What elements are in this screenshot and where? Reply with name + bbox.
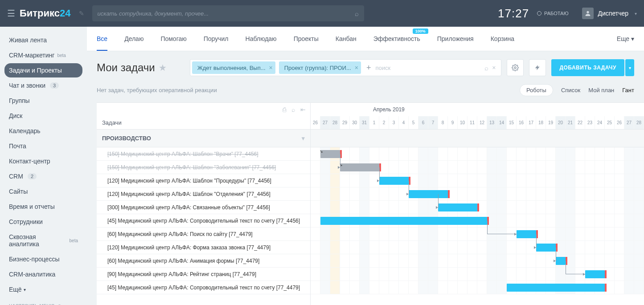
filter-chip[interactable]: Ждет выполнения, Вып...×: [192, 61, 275, 74]
gantt-bar[interactable]: [556, 257, 566, 265]
dependency-arrow-icon: [338, 166, 340, 169]
gantt-bar[interactable]: [585, 270, 605, 278]
task-row[interactable]: [45] Медицинский центр АЛЬФА: Сопроводит…: [97, 281, 310, 294]
gantt-bar[interactable]: [409, 190, 448, 198]
clock: 17:27: [498, 7, 529, 20]
gantt-chart[interactable]: Апрель 2019 2627282930311234567891011121…: [311, 103, 644, 305]
view-list[interactable]: Список: [561, 87, 580, 94]
filter-bar[interactable]: Ждет выполнения, Вып...×Проект (группа):…: [190, 59, 502, 76]
filter-chip[interactable]: Проект (группа): ПРОИ...×: [279, 61, 361, 74]
automation-button[interactable]: [529, 59, 546, 76]
sidebar-sites[interactable]: Сайты: [4, 184, 82, 199]
filter-search-input[interactable]: [373, 65, 481, 71]
sidebar-tasks[interactable]: Задачи и Проекты: [4, 63, 82, 77]
tab-efficiency[interactable]: Эффективность100%: [373, 27, 420, 51]
gantt-bar[interactable]: [379, 177, 409, 185]
sidebar-configure[interactable]: НАСТРОИТЬ МЕНЮ⚙: [4, 300, 82, 305]
work-status[interactable]: РАБОТАЮ: [537, 11, 568, 16]
dependency-line: [536, 234, 537, 248]
topbar: ☰ Битрикс24 ✎ ⌕ 17:27 РАБОТАЮ Диспетчер …: [0, 0, 644, 27]
tab-projects[interactable]: Проекты: [294, 27, 319, 51]
gantt-bar[interactable]: [517, 230, 536, 238]
star-icon[interactable]: ★: [159, 62, 167, 73]
sidebar-mail[interactable]: Почта: [4, 139, 82, 153]
tab-kanban[interactable]: Канбан: [336, 27, 357, 51]
day-cell: 7: [428, 116, 438, 129]
view-myplan[interactable]: Мой план: [588, 87, 614, 94]
main: ВсеДелаюПомогаюПоручилНаблюдаюПроектыКан…: [87, 27, 644, 305]
gantt-group[interactable]: ПРОИЗВОДСТВО ▾: [97, 130, 310, 147]
sidebar-analytics[interactable]: Сквозная аналитикаbeta: [4, 230, 82, 251]
day-cell: 10: [458, 116, 468, 129]
deadline-marker: [448, 190, 450, 198]
chevron-down-icon[interactable]: ▾: [302, 135, 305, 142]
menu-toggle-icon[interactable]: ☰: [7, 8, 15, 19]
zoom-icon[interactable]: ⌕: [291, 106, 295, 113]
svg-point-1: [514, 67, 516, 69]
tab-all[interactable]: Все: [97, 27, 107, 51]
task-row[interactable]: [150] Медицинский центр АЛЬФА: Шаблон "В…: [97, 147, 310, 161]
sidebar-crm[interactable]: CRM2: [4, 169, 82, 183]
close-icon[interactable]: ×: [269, 64, 273, 71]
sidebar-more[interactable]: Ещё▾: [4, 282, 82, 297]
gantt: ⎙ ⌕ ⇤ Задачи ПРОИЗВОДСТВО ▾ [150] Медици…: [97, 102, 644, 305]
task-row[interactable]: [150] Медицинский центр АЛЬФА: Шаблон "З…: [97, 161, 310, 174]
task-row[interactable]: [60] Медицинский центр АЛЬФА: Анимация ф…: [97, 254, 310, 268]
sidebar-feed[interactable]: Живая лента: [4, 33, 82, 47]
tab-trash[interactable]: Корзина: [491, 27, 514, 51]
sidebar-disk[interactable]: Диск: [4, 109, 82, 123]
task-row[interactable]: [90] Медицинский центр АЛЬФА: Рейтинг ст…: [97, 268, 310, 281]
sidebar-chat[interactable]: Чат и звонки3: [4, 78, 82, 93]
task-row[interactable]: [300] Медицинский центр АЛЬФА: Связанные…: [97, 201, 310, 214]
robots-button[interactable]: Роботы: [520, 84, 553, 96]
gantt-bar[interactable]: [536, 244, 556, 252]
sidebar-crm-analytics[interactable]: CRM-аналитика: [4, 267, 82, 281]
day-cell: 21: [566, 116, 575, 129]
sidebar-groups[interactable]: Группы: [4, 94, 82, 108]
sidebar-bp[interactable]: Бизнес-процессы: [4, 252, 82, 266]
settings-button[interactable]: [507, 59, 524, 76]
tab-apps[interactable]: Приложения: [437, 27, 474, 51]
logo[interactable]: Битрикс24: [20, 8, 71, 19]
day-cell: 27: [624, 116, 634, 129]
tab-helping[interactable]: Помогаю: [160, 27, 186, 51]
add-filter-icon[interactable]: +: [366, 63, 371, 73]
add-task-button[interactable]: ДОБАВИТЬ ЗАДАЧУ: [551, 59, 624, 76]
gantt-bar[interactable]: ↘: [340, 163, 379, 171]
page-title: Мои задачи ★: [97, 61, 167, 74]
close-icon[interactable]: ×: [355, 64, 358, 71]
user-menu[interactable]: Диспетчер ▾: [582, 8, 637, 19]
task-row[interactable]: [60] Медицинский центр АЛЬФА: Поиск по с…: [97, 228, 310, 241]
tab-doing[interactable]: Делаю: [124, 27, 144, 51]
global-search-input[interactable]: [98, 10, 355, 17]
global-search[interactable]: ⌕: [92, 5, 364, 21]
sidebar-crm-marketing[interactable]: CRM-маркетингbeta: [4, 48, 82, 62]
task-row[interactable]: [120] Медицинский центр АЛЬФА: Шаблон "П…: [97, 174, 310, 187]
task-row[interactable]: [45] Медицинский центр АЛЬФА: Сопроводит…: [97, 214, 310, 228]
gantt-bar[interactable]: [507, 284, 605, 292]
sidebar-time[interactable]: Время и отчеты: [4, 199, 82, 214]
day-cell: 15: [507, 116, 517, 129]
gantt-day-header: 2627282930311234567891011121314151617181…: [311, 116, 644, 130]
task-row[interactable]: [120] Медицинский центр АЛЬФА: Форма зак…: [97, 241, 310, 254]
search-icon[interactable]: ⌕: [484, 64, 488, 72]
tab-watching[interactable]: Наблюдаю: [246, 27, 277, 51]
tabs-more[interactable]: Еще ▾: [617, 35, 634, 42]
add-task-dropdown[interactable]: ▾: [625, 59, 634, 76]
task-row[interactable]: [120] Медицинский центр АЛЬФА: Шаблон "О…: [97, 187, 310, 201]
tab-assigned[interactable]: Поручил: [204, 27, 229, 51]
gantt-bar[interactable]: [438, 203, 477, 211]
collapse-icon[interactable]: ⇤: [300, 106, 306, 113]
clear-filter-icon[interactable]: ×: [492, 64, 496, 71]
sidebar-employees[interactable]: Сотрудники: [4, 215, 82, 229]
print-icon[interactable]: ⎙: [283, 106, 286, 113]
sidebar-contact-center[interactable]: Контакт-центр: [4, 154, 82, 168]
sidebar-calendar[interactable]: Календарь: [4, 124, 82, 138]
gantt-bar[interactable]: ↘: [320, 150, 340, 158]
pencil-icon[interactable]: ✎: [79, 10, 84, 17]
day-cell: 29: [340, 116, 350, 129]
gantt-bar[interactable]: [320, 217, 487, 225]
toolbar: Мои задачи ★ Ждет выполнения, Вып...×Про…: [87, 51, 644, 81]
view-gantt[interactable]: Гант: [622, 87, 634, 94]
search-icon[interactable]: ⌕: [355, 10, 359, 17]
